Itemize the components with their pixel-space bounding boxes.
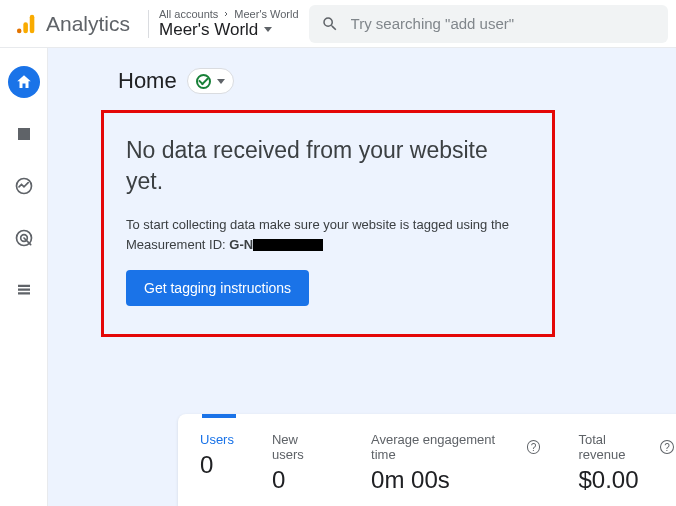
svg-rect-1 — [23, 22, 28, 33]
get-tagging-instructions-button[interactable]: Get tagging instructions — [126, 270, 309, 306]
status-chip[interactable] — [187, 68, 234, 94]
stat-value: 0 — [200, 451, 234, 479]
svg-point-2 — [17, 28, 22, 33]
tab-indicator — [202, 414, 236, 418]
breadcrumb: All accounts Meer's World — [159, 8, 299, 20]
measurement-id-redacted — [253, 239, 323, 251]
stat-label-text: Users — [200, 432, 234, 447]
nav-home[interactable] — [8, 66, 40, 98]
page-title: Home — [118, 68, 177, 94]
stat-value: 0m 00s — [371, 466, 540, 494]
account-selector[interactable]: All accounts Meer's World Meer's World — [159, 8, 299, 40]
chevron-right-icon — [222, 10, 230, 18]
no-data-title: No data received from your website yet. — [126, 135, 530, 197]
analytics-logo-icon — [16, 13, 38, 35]
stats-card: Users0New users0Average engagement time?… — [178, 414, 676, 506]
measurement-id-prefix: G-N — [229, 237, 253, 252]
no-data-desc: To start collecting data make sure your … — [126, 215, 530, 254]
search-icon — [321, 15, 339, 33]
stat-value: 0 — [272, 466, 333, 494]
stat-value: $0.00 — [578, 466, 674, 494]
nav-advertising[interactable] — [8, 222, 40, 254]
chevron-down-icon — [264, 27, 272, 32]
stat[interactable]: Average engagement time?0m 00s — [371, 432, 540, 494]
divider — [148, 10, 149, 38]
stat-label-text: New users — [272, 432, 333, 462]
stat[interactable]: New users0 — [272, 432, 333, 494]
stat-label: Total revenue? — [578, 432, 674, 462]
nav-reports[interactable] — [8, 118, 40, 150]
stat-label-text: Total revenue — [578, 432, 656, 462]
help-icon[interactable]: ? — [660, 440, 674, 454]
stat-label-text: Average engagement time — [371, 432, 522, 462]
brand: Analytics — [8, 12, 138, 36]
breadcrumb-current: Meer's World — [234, 8, 298, 20]
account-name: Meer's World — [159, 20, 258, 40]
stats-row: Users0New users0Average engagement time?… — [200, 432, 674, 494]
page-heading: Home — [48, 68, 676, 110]
help-icon[interactable]: ? — [527, 440, 541, 454]
stat-label: Average engagement time? — [371, 432, 540, 462]
body: Home No data received from your website … — [0, 48, 676, 506]
account-name-row: Meer's World — [159, 20, 299, 40]
stat[interactable]: Users0 — [200, 432, 234, 494]
stat[interactable]: Total revenue?$0.00 — [578, 432, 674, 494]
nav-rail — [0, 48, 48, 506]
breadcrumb-root: All accounts — [159, 8, 218, 20]
content: Home No data received from your website … — [48, 48, 676, 506]
top-bar: Analytics All accounts Meer's World Meer… — [0, 0, 676, 48]
search-input[interactable] — [351, 15, 656, 32]
search-bar[interactable] — [309, 5, 668, 43]
stat-label: New users — [272, 432, 333, 462]
chevron-down-icon — [217, 79, 225, 84]
check-circle-icon — [196, 74, 211, 89]
svg-rect-0 — [30, 14, 35, 32]
stat-label: Users — [200, 432, 234, 447]
brand-title: Analytics — [46, 12, 130, 36]
no-data-card: No data received from your website yet. … — [101, 110, 555, 337]
nav-configure[interactable] — [8, 274, 40, 306]
nav-explore[interactable] — [8, 170, 40, 202]
